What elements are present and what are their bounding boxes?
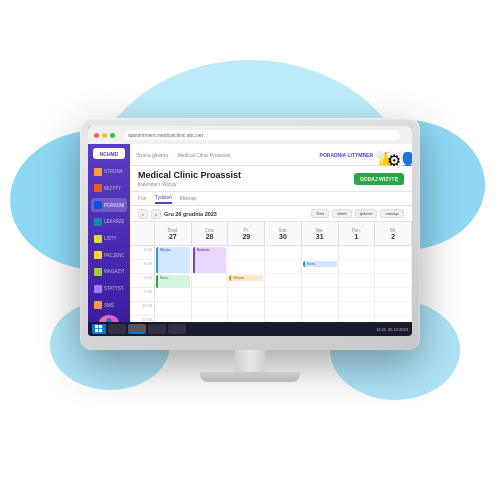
- calendar-section: Środ. 27 Czw. 28 Pt. 29: [130, 222, 412, 336]
- breadcrumb-current: Medical Clinic Proassist: [178, 152, 231, 158]
- cell-4-2[interactable]: [302, 274, 338, 288]
- sidebar-item-doclist[interactable]: LISTY: [91, 231, 127, 246]
- sidebar-item-sms[interactable]: SMS: [91, 298, 127, 313]
- cell-2-2[interactable]: Wizyta: [228, 274, 264, 288]
- cell-1-4[interactable]: [192, 302, 228, 316]
- today-button[interactable]: Dziś: [311, 209, 329, 218]
- browser-max-dot[interactable]: [110, 133, 115, 138]
- event-title: Wizyta: [233, 276, 244, 280]
- sidebar-doclist-label: LISTY: [104, 236, 117, 241]
- sidebar-item-stats[interactable]: STATYST.: [91, 281, 127, 296]
- sidebar-clinics-label: PORADNIE: [104, 203, 124, 208]
- next-button[interactable]: ›: [151, 209, 161, 219]
- view-month[interactable]: miesiąc: [380, 209, 404, 218]
- cell-2-4[interactable]: [228, 302, 264, 316]
- taskbar-time: 12:45: [376, 327, 386, 332]
- settings-icon[interactable]: ⚙: [387, 151, 395, 159]
- time-label-1: 8:30: [144, 261, 152, 266]
- sidebar-item-patients[interactable]: PACJENCI: [91, 248, 127, 263]
- cell-2-1[interactable]: [228, 260, 264, 274]
- patients-icon: [94, 251, 102, 259]
- sidebar-item-doctors[interactable]: LEKARZE: [91, 214, 127, 229]
- monitor-outer: appointment.medicalclinic.abc.net NCHMD …: [80, 118, 420, 350]
- cell-2-3[interactable]: [228, 288, 264, 302]
- cell-0-0[interactable]: Wizyta: [155, 246, 191, 260]
- sidebar-item-clinics[interactable]: PORADNIE: [91, 198, 127, 213]
- tabs-bar: Fon Tydzień Miesiąc: [130, 192, 412, 206]
- cal-day-thu: Czw. 28: [192, 222, 229, 245]
- bell-icon[interactable]: 🔔: [376, 151, 384, 159]
- time-label-0: 8:00: [144, 247, 152, 252]
- tab-week[interactable]: Tydzień: [155, 194, 172, 204]
- cell-4-0[interactable]: [302, 246, 338, 260]
- cell-0-3[interactable]: [155, 288, 191, 302]
- event-2-2[interactable]: Wizyta: [229, 275, 263, 281]
- cell-4-3[interactable]: [302, 288, 338, 302]
- sidebar-warehouse-label: MAGAZYN: [104, 269, 124, 274]
- cell-6-1[interactable]: [375, 260, 411, 274]
- browser-chrome: appointment.medicalclinic.abc.net: [88, 126, 412, 144]
- taskbar-files[interactable]: [148, 324, 166, 334]
- cell-6-3[interactable]: [375, 288, 411, 302]
- day-num-2: 29: [242, 233, 250, 240]
- cell-3-2[interactable]: [265, 274, 301, 288]
- cell-0-4[interactable]: [155, 302, 191, 316]
- taskbar-browser[interactable]: [130, 324, 146, 334]
- cell-5-4[interactable]: [339, 302, 375, 316]
- browser-close-dot[interactable]: [94, 133, 99, 138]
- tab-fon[interactable]: Fon: [138, 195, 147, 203]
- cell-1-3[interactable]: [192, 288, 228, 302]
- cal-day-wed: Środ. 27: [155, 222, 192, 245]
- view-week[interactable]: tydzień: [355, 209, 378, 218]
- cell-5-0[interactable]: [339, 246, 375, 260]
- sidebar-doctors-label: LEKARZE: [104, 219, 124, 224]
- cell-2-0[interactable]: [228, 246, 264, 260]
- cell-3-3[interactable]: [265, 288, 301, 302]
- breadcrumb-home[interactable]: Strona główna: [136, 152, 168, 158]
- cell-5-2[interactable]: [339, 274, 375, 288]
- cell-1-2[interactable]: [192, 274, 228, 288]
- cal-day-sat: Sob. 30: [265, 222, 302, 245]
- sidebar-logo: NCHMD: [93, 148, 125, 159]
- cell-3-1[interactable]: [265, 260, 301, 274]
- taskbar-right: 12:45 26.12.2023: [376, 327, 408, 332]
- cell-0-2[interactable]: Kons.: [155, 274, 191, 288]
- cell-4-1[interactable]: Kons.: [302, 260, 338, 274]
- page-title-group: Medical Clinic Proassist Kalendarz Wizyt…: [138, 170, 241, 187]
- page-header: Medical Clinic Proassist Kalendarz Wizyt…: [130, 166, 412, 192]
- time-label-4: 10:00: [142, 303, 152, 308]
- breadcrumb-sep: ›: [172, 152, 174, 158]
- scene: appointment.medicalclinic.abc.net NCHMD …: [0, 0, 500, 500]
- sidebar: NCHMD STRONA WIZYTY PORADNIE: [88, 144, 130, 336]
- day-num-4: 31: [316, 233, 324, 240]
- cell-1-0[interactable]: Badanie: [192, 246, 228, 260]
- browser-min-dot[interactable]: [102, 133, 107, 138]
- cell-5-1[interactable]: [339, 260, 375, 274]
- taskbar-mail[interactable]: [168, 324, 186, 334]
- browser-address-bar[interactable]: appointment.medicalclinic.abc.net: [124, 130, 400, 140]
- add-visit-button[interactable]: DODAJ WIZYTĘ: [354, 173, 404, 185]
- cell-5-3[interactable]: [339, 288, 375, 302]
- cell-6-2[interactable]: [375, 274, 411, 288]
- cell-3-0[interactable]: [265, 246, 301, 260]
- view-day[interactable]: dzień: [332, 209, 352, 218]
- sidebar-item-warehouse[interactable]: MAGAZYN: [91, 265, 127, 280]
- cal-day-fri: Pt. 29: [228, 222, 265, 245]
- tab-month[interactable]: Miesiąc: [180, 195, 197, 203]
- cell-6-0[interactable]: [375, 246, 411, 260]
- cell-0-1[interactable]: [155, 260, 191, 274]
- cell-1-1[interactable]: [192, 260, 228, 274]
- monitor-base: [200, 372, 300, 382]
- cell-4-4[interactable]: [302, 302, 338, 316]
- time-label-2: 9:00: [144, 275, 152, 280]
- user-icon[interactable]: 👤: [398, 151, 406, 159]
- prev-button[interactable]: ‹: [138, 209, 148, 219]
- sidebar-sms-label: SMS: [104, 303, 114, 308]
- monitor-screen: appointment.medicalclinic.abc.net NCHMD …: [88, 126, 412, 336]
- sidebar-item-home[interactable]: STRONA: [91, 164, 127, 179]
- event-4-1[interactable]: Kons.: [303, 261, 337, 267]
- cell-6-4[interactable]: [375, 302, 411, 316]
- cell-3-4[interactable]: [265, 302, 301, 316]
- event-0-2[interactable]: Kons.: [156, 275, 190, 288]
- sidebar-item-visits[interactable]: WIZYTY: [91, 181, 127, 196]
